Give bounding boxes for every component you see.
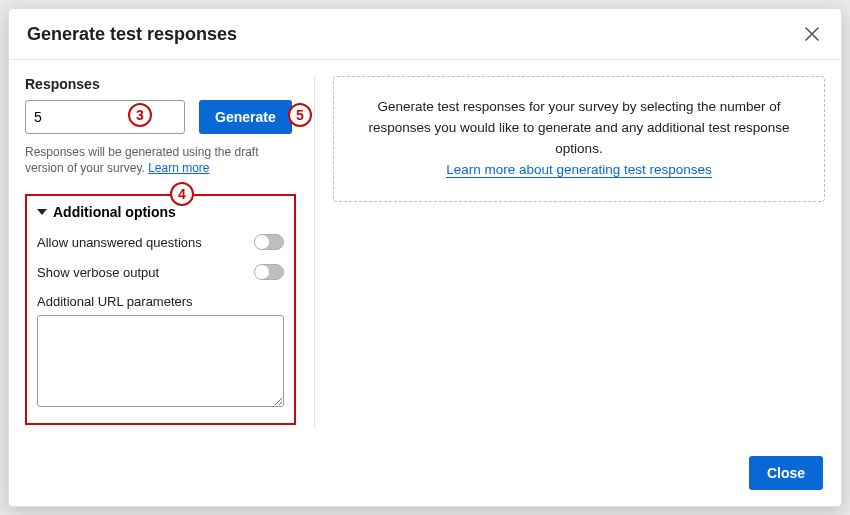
- allow-unanswered-label: Allow unanswered questions: [37, 235, 202, 250]
- info-learn-more-link[interactable]: Learn more about generating test respons…: [446, 162, 712, 178]
- info-box: Generate test responses for your survey …: [333, 76, 825, 202]
- responses-label: Responses: [25, 76, 296, 92]
- url-params-textarea[interactable]: [37, 315, 284, 407]
- close-icon[interactable]: [801, 23, 823, 45]
- allow-unanswered-toggle[interactable]: [254, 234, 284, 250]
- info-text: Generate test responses for your survey …: [368, 99, 789, 156]
- modal-generate-test-responses: Generate test responses Responses Genera…: [8, 8, 842, 507]
- additional-options-section: Additional options Allow unanswered ques…: [25, 194, 296, 425]
- responses-row: Generate: [25, 100, 296, 134]
- verbose-label: Show verbose output: [37, 265, 159, 280]
- responses-hint: Responses will be generated using the dr…: [25, 144, 296, 176]
- generate-button[interactable]: Generate: [199, 100, 292, 134]
- hint-text: Responses will be generated using the dr…: [25, 145, 258, 175]
- learn-more-link[interactable]: Learn more: [148, 161, 209, 175]
- url-params-label: Additional URL parameters: [37, 294, 284, 309]
- verbose-toggle[interactable]: [254, 264, 284, 280]
- close-button[interactable]: Close: [749, 456, 823, 490]
- toggle-knob: [255, 265, 269, 279]
- modal-footer: Close: [9, 444, 841, 506]
- caret-down-icon: [37, 209, 47, 215]
- left-panel: Responses Generate Responses will be gen…: [25, 76, 315, 428]
- modal-titlebar: Generate test responses: [9, 9, 841, 59]
- additional-options-toggle[interactable]: Additional options: [37, 204, 284, 220]
- responses-input[interactable]: [25, 100, 185, 134]
- additional-options-heading: Additional options: [53, 204, 176, 220]
- callout-5: 5: [288, 103, 312, 127]
- option-verbose: Show verbose output: [37, 264, 284, 280]
- callout-4: 4: [170, 182, 194, 206]
- modal-title: Generate test responses: [27, 24, 801, 45]
- callout-3: 3: [128, 103, 152, 127]
- option-allow-unanswered: Allow unanswered questions: [37, 234, 284, 250]
- toggle-knob: [255, 235, 269, 249]
- right-panel: Generate test responses for your survey …: [315, 76, 825, 428]
